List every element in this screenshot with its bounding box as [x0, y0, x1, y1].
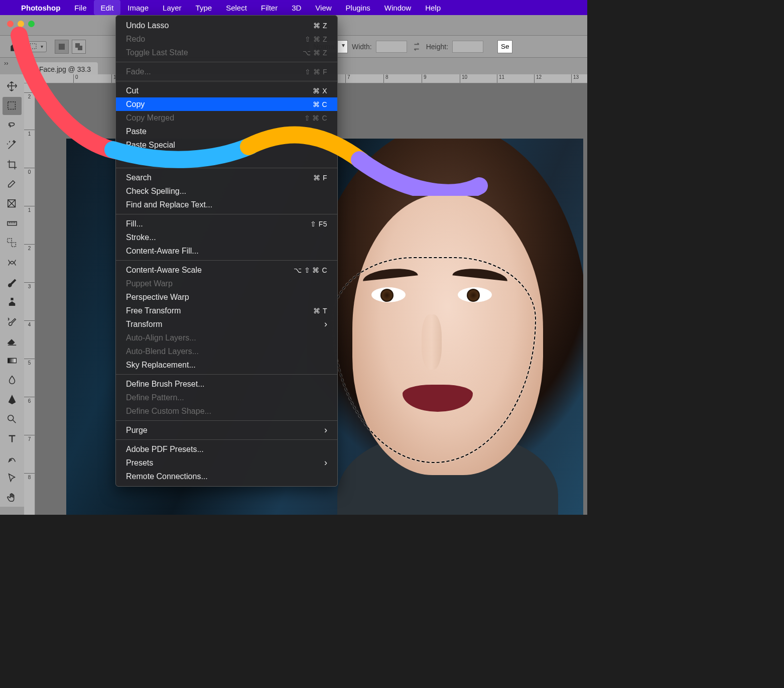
- menu-separator: [116, 62, 337, 62]
- menu-item-clear[interactable]: Clear: [116, 152, 337, 165]
- menu-window[interactable]: Window: [377, 0, 418, 15]
- svg-rect-6: [8, 221, 17, 225]
- menu-layer[interactable]: Layer: [156, 0, 189, 15]
- menu-item-sky-replacement[interactable]: Sky Replacement...: [116, 358, 337, 372]
- menu-edit[interactable]: Edit: [94, 0, 121, 15]
- menu-item-copy[interactable]: Copy⌘ C: [116, 97, 337, 111]
- menu-item-adobe-pdf-presets[interactable]: Adobe PDF Presets...: [116, 442, 337, 456]
- blur-tool[interactable]: [3, 371, 22, 389]
- gradient-tool[interactable]: [3, 352, 22, 370]
- menu-item-free-transform[interactable]: Free Transform⌘ T: [116, 304, 337, 317]
- brush-tool[interactable]: [3, 273, 22, 291]
- menu-item-undo-lasso[interactable]: Undo Lasso⌘ Z: [116, 19, 337, 32]
- menu-item-search[interactable]: Search⌘ F: [116, 171, 337, 184]
- menu-3d[interactable]: 3D: [285, 0, 308, 15]
- svg-rect-0: [30, 44, 36, 49]
- menu-item-content-aware-fill[interactable]: Content-Aware Fill...: [116, 244, 337, 258]
- zoom-window-button[interactable]: [28, 21, 35, 27]
- hand-tool[interactable]: [3, 489, 22, 507]
- height-label: Height:: [426, 43, 448, 51]
- height-input[interactable]: [452, 41, 483, 53]
- menu-item-auto-align-layers: Auto-Align Layers...: [116, 331, 337, 345]
- select-subject-button[interactable]: Se: [497, 40, 512, 53]
- menu-filter[interactable]: Filter: [254, 0, 285, 15]
- menu-item-define-custom-shape: Define Custom Shape...: [116, 404, 337, 418]
- width-input[interactable]: [376, 41, 407, 53]
- menu-item-transform[interactable]: Transform: [116, 317, 337, 331]
- shape-select-tool[interactable]: [3, 234, 22, 252]
- close-window-button[interactable]: [7, 21, 14, 27]
- options-disclosure-icon[interactable]: ››: [4, 59, 9, 67]
- menu-separator: [116, 81, 337, 81]
- menu-item-auto-blend-layers: Auto-Blend Layers...: [116, 345, 337, 358]
- menu-item-paste[interactable]: Paste: [116, 125, 337, 138]
- menu-file[interactable]: File: [67, 0, 93, 15]
- svg-point-10: [8, 415, 14, 421]
- eyedropper-tool[interactable]: [3, 175, 22, 193]
- history-brush-tool[interactable]: [3, 312, 22, 330]
- menu-help[interactable]: Help: [418, 0, 448, 15]
- path-pen-tool[interactable]: [3, 449, 22, 468]
- swap-dims-icon[interactable]: [411, 41, 422, 52]
- move-tool[interactable]: [3, 77, 22, 95]
- svg-rect-3: [78, 46, 82, 50]
- menu-separator: [116, 420, 337, 421]
- direct-select-tool[interactable]: [3, 469, 22, 487]
- window-controls: [7, 21, 35, 27]
- menu-item-purge[interactable]: Purge: [116, 423, 337, 437]
- menu-item-redo: Redo⇧ ⌘ Z: [116, 32, 337, 46]
- menu-separator: [116, 168, 337, 168]
- menu-item-toggle-last-state: Toggle Last State⌥ ⌘ Z: [116, 46, 337, 59]
- menu-select[interactable]: Select: [219, 0, 254, 15]
- menu-separator: [116, 260, 337, 261]
- menu-item-content-aware-scale[interactable]: Content-Aware Scale⌥ ⇧ ⌘ C: [116, 263, 337, 277]
- home-icon[interactable]: [9, 40, 22, 53]
- clone-stamp-tool[interactable]: [3, 293, 22, 311]
- magic-wand-tool[interactable]: [3, 136, 22, 154]
- menu-image[interactable]: Image: [120, 0, 156, 15]
- menu-separator: [116, 439, 337, 440]
- menu-view[interactable]: View: [308, 0, 338, 15]
- menu-item-fill[interactable]: Fill...⇧ F5: [116, 217, 337, 231]
- menu-item-presets[interactable]: Presets: [116, 456, 337, 470]
- menu-item-copy-merged: Copy Merged⇧ ⌘ C: [116, 111, 337, 125]
- menu-item-puppet-warp: Puppet Warp: [116, 277, 337, 290]
- menu-type[interactable]: Type: [189, 0, 219, 15]
- menu-item-fade: Fade...⇧ ⌘ F: [116, 65, 337, 78]
- menu-item-stroke[interactable]: Stroke...: [116, 231, 337, 244]
- crop-tool[interactable]: [3, 156, 22, 174]
- minimize-window-button[interactable]: [18, 21, 24, 27]
- menu-item-remote-connections[interactable]: Remote Connections...: [116, 470, 337, 483]
- menu-plugins[interactable]: Plugins: [339, 0, 377, 15]
- dodge-tool[interactable]: [3, 410, 22, 428]
- system-menubar: Photoshop FileEditImageLayerTypeSelectFi…: [0, 0, 587, 15]
- ruler-tool[interactable]: [3, 214, 22, 233]
- svg-rect-4: [8, 102, 16, 109]
- menu-item-define-pattern: Define Pattern...: [116, 391, 337, 404]
- menu-item-paste-special[interactable]: Paste Special: [116, 138, 337, 152]
- selection-style-dropdown[interactable]: ▾: [26, 41, 47, 52]
- width-label: Width:: [352, 43, 372, 51]
- app-name[interactable]: Photoshop: [14, 4, 67, 12]
- menu-item-find-and-replace-text[interactable]: Find and Replace Text...: [116, 198, 337, 211]
- eraser-tool[interactable]: [3, 332, 22, 350]
- marquee-tool[interactable]: [3, 97, 22, 115]
- frame-tool[interactable]: [3, 195, 22, 213]
- type-tool[interactable]: [3, 430, 22, 448]
- menu-item-perspective-warp[interactable]: Perspective Warp: [116, 290, 337, 304]
- menu-item-cut[interactable]: Cut⌘ X: [116, 84, 337, 97]
- svg-rect-9: [8, 358, 17, 363]
- menu-item-define-brush-preset[interactable]: Define Brush Preset...: [116, 377, 337, 391]
- selection-add-button[interactable]: [72, 40, 86, 54]
- menu-separator: [116, 374, 337, 375]
- svg-rect-1: [59, 44, 65, 50]
- menu-item-check-spelling[interactable]: Check Spelling...: [116, 184, 337, 198]
- selection-new-button[interactable]: [55, 40, 69, 54]
- svg-rect-8: [12, 243, 16, 247]
- edit-menu-dropdown: Undo Lasso⌘ ZRedo⇧ ⌘ ZToggle Last State⌥…: [115, 15, 338, 487]
- selection-mode-group: [51, 39, 90, 54]
- menu-separator: [116, 214, 337, 214]
- mixer-tool[interactable]: [3, 254, 22, 272]
- pen-tool[interactable]: [3, 391, 22, 409]
- lasso-tool[interactable]: [3, 117, 22, 135]
